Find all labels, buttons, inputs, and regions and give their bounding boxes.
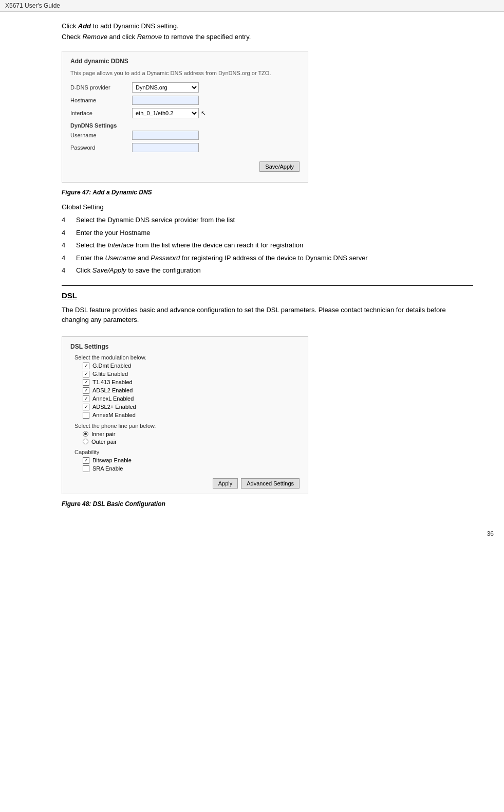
username-row: Username [70,131,300,140]
step-text: Click Save/Apply to save the configurati… [76,265,201,276]
checkbox-adsl2plus: ✓ ADSL2+ Enabled [83,404,300,410]
t1413-checkbox[interactable]: ✓ [83,379,89,386]
add-ddns-figure: Add dynamic DDNS This page allows you to… [62,51,308,183]
phone-line-label: Select the phone line pair below. [74,423,300,429]
annexm-label: AnnexM Enabled [92,412,136,418]
checkbox-glite: ✓ G.lite Enabled [83,371,300,377]
figure48-caption: Figure 48: DSL Basic Configuration [62,500,473,508]
dns-provider-select[interactable]: DynDNS.org [132,82,199,93]
checkbox-sra: SRA Enable [83,465,300,472]
step-num: 4 [62,253,76,263]
save-apply-button[interactable]: Save/Apply [259,161,300,172]
dsl-section-heading: DSL [62,291,473,300]
password-label: Password [70,145,132,151]
step-text: Select the Dynamic DNS service provider … [76,215,235,225]
interface-label: Interface [70,110,132,116]
step-text: Enter the Username and Password for regi… [76,253,368,263]
outer-pair-label: Outer pair [91,439,117,445]
checkbox-gdmt: ✓ G.Dmt Enabled [83,363,300,369]
advanced-settings-button[interactable]: Advanced Settings [241,478,300,489]
radio-inner-pair: Inner pair [83,431,300,437]
step-text: Select the Interface from the list where… [76,240,303,250]
save-button-row: Save/Apply [70,155,300,172]
bitswap-checkbox[interactable]: ✓ [83,457,89,464]
global-setting-list: 4 Select the Dynamic DNS service provide… [62,215,473,276]
adsl2plus-checkbox[interactable]: ✓ [83,404,89,410]
step-num: 4 [62,215,76,225]
list-item: 4 Click Save/Apply to save the configura… [62,265,473,276]
annexl-label: AnnexL Enabled [92,395,134,402]
global-setting-title: Global Setting [62,203,473,211]
checkbox-adsl2: ✓ ADSL2 Enabled [83,387,300,394]
dns-provider-label: D-DNS provider [70,84,132,91]
list-item: 4 Select the Interface from the list whe… [62,240,473,250]
hostname-input[interactable] [132,96,199,105]
bitswap-label: Bitswap Enable [92,457,132,463]
adsl2-label: ADSL2 Enabled [92,387,133,393]
username-label: Username [70,132,132,138]
sra-checkbox[interactable] [83,465,89,472]
interface-row: Interface eth_0_1/eth0.2 ↖ [70,108,300,118]
adsl2plus-label: ADSL2+ Enabled [92,404,136,410]
list-item: 4 Select the Dynamic DNS service provide… [62,215,473,225]
adsl2-checkbox[interactable]: ✓ [83,387,89,394]
inner-pair-radio[interactable] [83,431,88,437]
dsl-buttons: Apply Advanced Settings [70,478,300,489]
annexl-checkbox[interactable]: ✓ [83,395,89,402]
dsl-settings-figure: DSL Settings Select the modulation below… [62,336,308,494]
glite-checkbox[interactable]: ✓ [83,371,89,377]
dns-provider-row: D-DNS provider DynDNS.org [70,82,300,93]
checkbox-t1413: ✓ T1.413 Enabled [83,379,300,386]
ddns-figure-title: Add dynamic DDNS [70,58,300,65]
step-num: 4 [62,228,76,238]
gdmt-label: G.Dmt Enabled [92,363,131,369]
dsl-section-desc: The DSL feature provides basic and advan… [62,305,473,325]
annexm-checkbox[interactable] [83,412,89,419]
glite-label: G.lite Enabled [92,371,128,377]
page-number: 36 [0,525,504,543]
intro-line2: Check Remove and click Remove to remove … [62,33,473,41]
inner-pair-label: Inner pair [91,431,115,437]
header-title: X5671 User's Guide [5,2,60,9]
list-item: 4 Enter the your Hostname [62,228,473,238]
checkbox-bitswap: ✓ Bitswap Enable [83,457,300,464]
password-input[interactable] [132,143,199,152]
cursor-icon: ↖ [201,110,206,117]
t1413-label: T1.413 Enabled [92,379,133,385]
step-num: 4 [62,265,76,276]
dsl-figure-title: DSL Settings [70,343,300,350]
modulation-label: Select the modulation below. [74,354,300,360]
step-num: 4 [62,240,76,250]
radio-outer-pair: Outer pair [83,439,300,445]
interface-select[interactable]: eth_0_1/eth0.2 [132,108,199,118]
outer-pair-radio[interactable] [83,439,88,444]
section-divider [62,285,473,286]
apply-button[interactable]: Apply [213,478,238,489]
intro-line1: Click Add to add Dynamic DNS setting. [62,22,473,30]
checkbox-annexl: ✓ AnnexL Enabled [83,395,300,402]
sra-label: SRA Enable [92,465,123,472]
capability-label: Capability [74,449,300,455]
list-item: 4 Enter the Username and Password for re… [62,253,473,263]
dyndns-settings-title: DynDNS Settings [70,122,300,129]
checkbox-annexm: AnnexM Enabled [83,412,300,419]
gdmt-checkbox[interactable]: ✓ [83,363,89,369]
password-row: Password [70,143,300,152]
ddns-figure-desc: This page allows you to add a Dynamic DN… [70,70,300,76]
step-text: Enter the your Hostname [76,228,151,238]
hostname-row: Hostname [70,96,300,105]
username-input[interactable] [132,131,199,140]
page-content: Click Add to add Dynamic DNS setting. Ch… [0,12,504,525]
hostname-label: Hostname [70,97,132,103]
page-header: X5671 User's Guide [0,0,504,12]
figure47-caption: Figure 47: Add a Dynamic DNS [62,189,473,196]
